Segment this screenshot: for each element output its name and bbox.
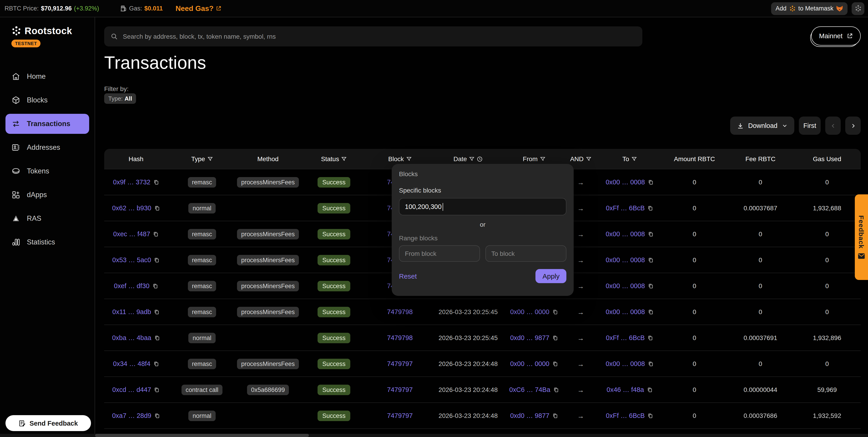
to-address-link[interactable]: 0x00 … 0008 bbox=[606, 178, 645, 186]
from-address-link[interactable]: 0x00 … 0000 bbox=[510, 360, 550, 367]
from-address-link[interactable]: 0xd0 … 9877 bbox=[510, 334, 550, 342]
copy-icon[interactable] bbox=[154, 205, 160, 211]
to-address-link[interactable]: 0xFf … 6BcB bbox=[606, 204, 645, 212]
copy-icon[interactable] bbox=[553, 387, 559, 392]
to-address-link[interactable]: 0x00 … 0008 bbox=[606, 256, 645, 264]
block-link[interactable]: 7479797 bbox=[387, 360, 413, 367]
column-header-from[interactable]: From bbox=[504, 155, 564, 163]
method-cell: processMinersFees bbox=[236, 229, 300, 239]
tx-hash-link[interactable]: 0xa7 … 28d9 bbox=[112, 412, 152, 419]
rootstock-network-button[interactable] bbox=[851, 2, 864, 15]
sidebar-item-blocks[interactable]: Blocks bbox=[5, 90, 89, 110]
apply-button[interactable]: Apply bbox=[536, 269, 566, 283]
copy-icon[interactable] bbox=[153, 361, 159, 367]
send-feedback-button[interactable]: Send Feedback bbox=[5, 415, 91, 431]
filter-icon[interactable] bbox=[586, 156, 591, 162]
add-to-metamask-button[interactable]: Add to Metamask bbox=[771, 2, 847, 15]
copy-icon[interactable] bbox=[552, 309, 558, 315]
copy-icon[interactable] bbox=[154, 413, 160, 418]
tx-hash-link[interactable]: 0xec … f487 bbox=[113, 230, 150, 238]
to-address-link[interactable]: 0x00 … 0008 bbox=[606, 230, 645, 238]
copy-icon[interactable] bbox=[154, 387, 160, 392]
tx-hash-link[interactable]: 0x53 … 5ac0 bbox=[112, 256, 151, 264]
tx-hash-link[interactable]: 0x62 … b930 bbox=[112, 204, 152, 212]
filter-icon[interactable] bbox=[207, 156, 213, 162]
copy-icon[interactable] bbox=[647, 205, 653, 211]
column-header-date[interactable]: Date bbox=[432, 155, 504, 163]
sidebar-item-tokens[interactable]: Tokens bbox=[5, 161, 89, 181]
copy-icon[interactable] bbox=[153, 231, 159, 237]
sidebar-item-dapps[interactable]: dApps bbox=[5, 185, 89, 205]
block-link[interactable]: 7479798 bbox=[387, 308, 413, 316]
copy-icon[interactable] bbox=[648, 309, 653, 315]
copy-icon[interactable] bbox=[648, 257, 653, 263]
rootstock-logo[interactable]: Rootstock bbox=[0, 17, 95, 36]
tx-hash-link[interactable]: 0x11 … 9adb bbox=[112, 308, 151, 316]
sidebar-item-addresses[interactable]: Addresses bbox=[5, 138, 89, 157]
copy-icon[interactable] bbox=[647, 413, 653, 418]
from-address-link[interactable]: 0x00 … 0000 bbox=[510, 308, 550, 316]
copy-icon[interactable] bbox=[154, 309, 160, 315]
copy-icon[interactable] bbox=[647, 387, 653, 392]
copy-icon[interactable] bbox=[153, 179, 159, 185]
search-input[interactable] bbox=[122, 32, 636, 40]
to-address-link[interactable]: 0x00 … 0008 bbox=[606, 282, 645, 290]
to-block-input[interactable] bbox=[486, 245, 566, 262]
tx-hash-link[interactable]: 0x9f … 3732 bbox=[113, 178, 150, 186]
to-address-link[interactable]: 0xFf … 6BcB bbox=[606, 412, 645, 419]
sidebar-item-home[interactable]: Home bbox=[5, 66, 89, 86]
filter-icon[interactable] bbox=[631, 156, 637, 162]
status-badge: Success bbox=[318, 177, 350, 187]
block-link[interactable]: 7479797 bbox=[387, 386, 413, 393]
feedback-tab[interactable]: Feedback bbox=[855, 194, 868, 280]
copy-icon[interactable] bbox=[552, 361, 558, 367]
specific-blocks-input[interactable]: 100,200,300 bbox=[399, 198, 566, 215]
filter-icon[interactable] bbox=[469, 156, 475, 162]
copy-icon[interactable] bbox=[552, 335, 558, 341]
to-address-link[interactable]: 0x46 … f48a bbox=[607, 386, 644, 393]
to-address-link[interactable]: 0xFf … 6BcB bbox=[606, 334, 645, 342]
from-address-link[interactable]: 0xC6 … 74Ba bbox=[509, 386, 551, 393]
clock-icon[interactable] bbox=[477, 156, 483, 162]
tx-hash-link[interactable]: 0xba … 4baa bbox=[112, 334, 152, 342]
to-address-link[interactable]: 0x00 … 0008 bbox=[606, 308, 645, 316]
tx-hash-link[interactable]: 0xef … df30 bbox=[114, 282, 150, 290]
filter-icon[interactable] bbox=[341, 156, 347, 162]
next-page-button[interactable] bbox=[845, 117, 861, 135]
need-gas-link[interactable]: Need Gas? bbox=[176, 4, 222, 12]
block-link[interactable]: 7479798 bbox=[387, 334, 413, 342]
prev-page-button[interactable] bbox=[825, 117, 841, 135]
download-button[interactable]: Download bbox=[730, 117, 794, 135]
sidebar-item-statistics[interactable]: Statistics bbox=[5, 232, 89, 252]
filter-icon[interactable] bbox=[406, 156, 411, 162]
first-page-button[interactable]: First bbox=[799, 117, 821, 135]
block-link[interactable]: 7479797 bbox=[387, 412, 413, 419]
to-address-link[interactable]: 0x00 … 0008 bbox=[606, 360, 645, 367]
tx-hash-link[interactable]: 0x34 … 48f4 bbox=[113, 360, 150, 367]
column-header-status[interactable]: Status bbox=[300, 155, 368, 163]
reset-button[interactable]: Reset bbox=[399, 272, 417, 280]
copy-icon[interactable] bbox=[648, 283, 653, 289]
from-block-input[interactable] bbox=[399, 245, 480, 262]
copy-icon[interactable] bbox=[154, 335, 160, 341]
copy-icon[interactable] bbox=[152, 283, 158, 289]
filter-icon[interactable] bbox=[540, 156, 546, 162]
column-header-and[interactable]: AND bbox=[564, 155, 598, 163]
copy-icon[interactable] bbox=[648, 361, 653, 367]
copy-icon[interactable] bbox=[648, 179, 653, 185]
copy-icon[interactable] bbox=[154, 257, 160, 263]
column-header-type[interactable]: Type bbox=[168, 155, 236, 163]
copy-icon[interactable] bbox=[552, 413, 558, 418]
tx-hash-link[interactable]: 0xcd … d447 bbox=[112, 386, 151, 393]
from-address-link[interactable]: 0xd0 … 9877 bbox=[510, 412, 550, 419]
mainnet-switch-button[interactable]: Mainnet bbox=[811, 26, 861, 46]
sidebar-item-transactions[interactable]: Transactions bbox=[5, 114, 89, 134]
amount-value: 0 bbox=[693, 256, 696, 264]
copy-icon[interactable] bbox=[647, 335, 653, 341]
type-filter-chip[interactable]: Type: All bbox=[104, 93, 136, 104]
copy-icon[interactable] bbox=[648, 231, 653, 237]
column-header-block[interactable]: Block bbox=[368, 155, 432, 163]
sidebar-item-ras[interactable]: RAS bbox=[5, 208, 89, 229]
column-header-to[interactable]: To bbox=[598, 155, 661, 163]
horizontal-scrollbar-thumb[interactable] bbox=[95, 434, 309, 437]
